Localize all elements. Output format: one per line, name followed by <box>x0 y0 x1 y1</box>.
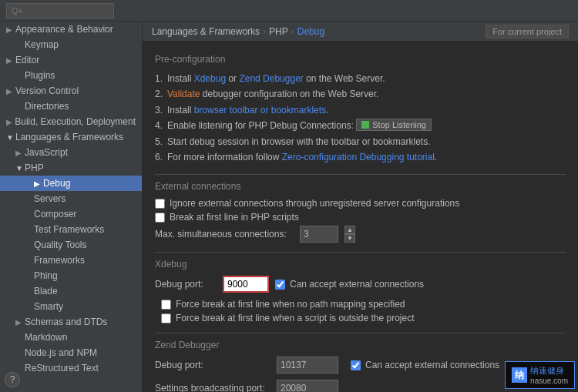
zend-can-accept-label: Can accept external connections <box>365 360 504 370</box>
sidebar-item-plugins[interactable]: Plugins <box>0 68 142 83</box>
sidebar-item-editor[interactable]: ▶ Editor <box>0 52 142 68</box>
sidebar-item-test-frameworks[interactable]: Test Frameworks <box>0 222 142 237</box>
divider-3 <box>155 333 566 333</box>
ignore-connections-checkbox[interactable] <box>155 199 165 209</box>
pre-config-item-1: Install Xdebug or Zend Debugger on the W… <box>167 71 566 86</box>
ignore-connections-label: Ignore external connections through unre… <box>170 198 459 209</box>
zend-can-accept-row: Can accept external connections <box>351 360 504 370</box>
sidebar-item-javascript[interactable]: ▶ JavaScript <box>0 145 142 160</box>
zend-port-input[interactable] <box>277 357 338 374</box>
arrow-icon: ▶ <box>15 149 25 157</box>
stop-icon <box>361 121 369 129</box>
sidebar-item-debug[interactable]: ▶ Debug <box>0 176 142 191</box>
sidebar-item-composer[interactable]: Composer <box>0 206 142 222</box>
sidebar-item-version-control[interactable]: ▶ Version Control <box>0 83 142 99</box>
pre-config-item-6: For more information follow Zero-configu… <box>167 149 566 165</box>
sidebar-item-nodejs-npm[interactable]: Node.js and NPM <box>0 345 142 360</box>
breadcrumb-current: Debug <box>297 26 324 37</box>
sidebar-item-blade[interactable]: Blade <box>0 283 142 299</box>
arrow-icon: ▼ <box>6 133 15 142</box>
pre-config-title: Pre-configuration <box>155 54 566 65</box>
break-first-line-label: Break at first line in PHP scripts <box>170 212 299 223</box>
settings-content: Pre-configuration Install Xdebug or Zend… <box>143 42 578 392</box>
break-first-line-row: Break at first line in PHP scripts <box>155 212 566 223</box>
xdebug-port-label: Debug port: <box>155 279 217 290</box>
xdebug-force-break2-label: Force break at first line when a script … <box>176 313 414 323</box>
zend-can-accept-checkbox[interactable] <box>351 360 361 370</box>
toolbar <box>0 0 578 22</box>
for-current-project-tab[interactable]: For current project <box>486 25 569 39</box>
xdebug-can-accept-row: Can accept external connections <box>275 279 428 290</box>
xdebug-link[interactable]: Xdebug <box>194 73 226 84</box>
ignore-connections-row: Ignore external connections through unre… <box>155 198 566 209</box>
xdebug-section: Xdebug Debug port: Can accept external c… <box>155 259 566 323</box>
zend-port-label: Debug port: <box>155 360 271 370</box>
watermark-icon: 纳 <box>512 367 527 383</box>
pre-config-list: Install Xdebug or Zend Debugger on the W… <box>155 71 566 165</box>
sidebar-item-appearance-behavior[interactable]: ▶ Appearance & Behavior <box>0 22 142 37</box>
zend-port-row: Debug port: Can accept external connecti… <box>155 357 566 374</box>
zend-broadcast-row: Settings broadcasting port: <box>155 380 566 392</box>
arrow-icon: ▶ <box>6 118 15 126</box>
spinner-up-button[interactable]: ▲ <box>344 226 355 234</box>
sidebar-item-phing[interactable]: Phing <box>0 268 142 283</box>
arrow-icon: ▶ <box>6 56 15 65</box>
pre-config-item-2: Validate debugger configuration on the W… <box>167 86 566 102</box>
xdebug-port-input[interactable] <box>223 276 269 293</box>
xdebug-can-accept-checkbox[interactable] <box>275 280 285 290</box>
stop-listening-button[interactable]: Stop Listening <box>356 119 432 131</box>
breadcrumb-part2: PHP <box>269 26 288 37</box>
arrow-icon: ▶ <box>34 179 43 188</box>
zend-broadcast-label: Settings broadcasting port: <box>155 383 271 392</box>
arrow-icon: ▶ <box>6 87 15 95</box>
zend-debugger-section: Zend Debugger Debug port: Can accept ext… <box>155 340 566 392</box>
watermark-text: 纳速健身 nasue.com <box>530 365 568 385</box>
sidebar-item-quality-tools[interactable]: Quality Tools <box>0 237 142 253</box>
arrow-icon: ▶ <box>15 318 25 327</box>
arrow-icon: ▼ <box>15 164 25 173</box>
browser-toolbar-link[interactable]: browser toolbar or bookmarklets <box>194 105 326 116</box>
search-input[interactable] <box>6 3 114 18</box>
divider-2 <box>155 252 566 253</box>
external-connections-title: External connections <box>155 181 566 192</box>
content-area: Languages & Frameworks › PHP › Debug For… <box>143 22 578 392</box>
sidebar: ▶ Appearance & Behavior Keymap ▶ Editor … <box>0 22 143 392</box>
breadcrumb-sep2: › <box>291 26 294 37</box>
help-button[interactable]: ? <box>5 372 20 387</box>
xdebug-force-break2-row: Force break at first line when a script … <box>155 313 566 323</box>
breadcrumb-sep1: › <box>263 26 266 37</box>
pre-config-section: Pre-configuration Install Xdebug or Zend… <box>155 54 566 165</box>
zero-config-link[interactable]: Zero-configuration Debugging tutorial <box>282 152 435 162</box>
zend-broadcast-input[interactable] <box>277 380 338 392</box>
divider-1 <box>155 174 566 175</box>
sidebar-item-smarty[interactable]: Smarty <box>0 299 142 314</box>
sidebar-item-schemas-dtds[interactable]: ▶ Schemas and DTDs <box>0 314 142 330</box>
xdebug-force-break1-row: Force break at first line when no path m… <box>155 299 566 310</box>
sidebar-item-languages-frameworks[interactable]: ▼ Languages & Frameworks <box>0 129 142 145</box>
sidebar-item-restructured-text[interactable]: ReStructured Text <box>0 360 142 376</box>
breadcrumb-part1: Languages & Frameworks <box>152 26 260 37</box>
arrow-icon: ▶ <box>6 25 15 34</box>
spinner-down-button[interactable]: ▼ <box>344 234 355 243</box>
xdebug-title: Xdebug <box>155 259 566 270</box>
xdebug-force-break2-checkbox[interactable] <box>161 313 171 323</box>
xdebug-can-accept-label: Can accept external connections <box>290 279 428 290</box>
max-connections-label: Max. simultaneous connections: <box>155 229 294 240</box>
sidebar-item-servers[interactable]: Servers <box>0 191 142 206</box>
xdebug-force-break1-checkbox[interactable] <box>161 300 171 310</box>
sidebar-item-php[interactable]: ▼ PHP <box>0 160 142 176</box>
xdebug-port-row: Debug port: Can accept external connecti… <box>155 276 566 293</box>
sidebar-item-markdown[interactable]: Markdown <box>0 330 142 345</box>
sidebar-item-directories[interactable]: Directories <box>0 99 142 114</box>
sidebar-item-build-execution[interactable]: ▶ Build, Execution, Deployment <box>0 114 142 129</box>
validate-link[interactable]: Validate <box>167 89 200 99</box>
xdebug-force-break1-label: Force break at first line when no path m… <box>176 299 405 310</box>
zend-debugger-link[interactable]: Zend Debugger <box>239 73 303 84</box>
max-connections-row: Max. simultaneous connections: ▲ ▼ <box>155 226 566 243</box>
sidebar-item-keymap[interactable]: Keymap <box>0 37 142 52</box>
max-connections-input[interactable] <box>300 226 338 243</box>
sidebar-item-frameworks[interactable]: Frameworks <box>0 253 142 268</box>
external-connections-section: External connections Ignore external con… <box>155 181 566 243</box>
break-first-line-checkbox[interactable] <box>155 213 165 223</box>
breadcrumb: Languages & Frameworks › PHP › Debug For… <box>143 22 578 42</box>
